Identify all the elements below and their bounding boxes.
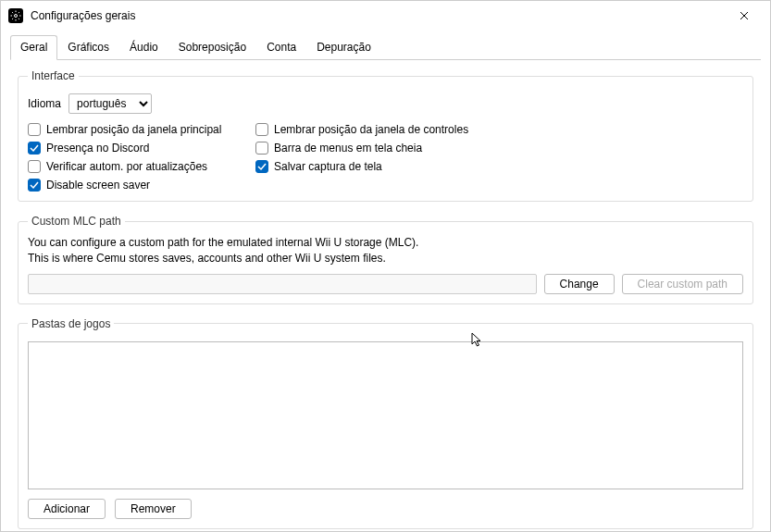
checkbox-item-5[interactable]: Salvar captura de tela [255,160,743,173]
close-button[interactable] [726,3,763,29]
checkbox-icon [28,142,41,155]
tab-3[interactable]: Sobreposição [168,35,256,60]
add-button[interactable]: Adicionar [28,499,106,519]
mlc-legend: Custom MLC path [28,215,125,228]
mlc-desc-1: You can configure a custom path for the … [28,235,743,251]
interface-legend: Interface [28,69,79,82]
checkbox-label: Lembrar posição da janela principal [46,123,221,136]
change-button[interactable]: Change [544,274,615,294]
close-icon [740,11,749,20]
games-listbox[interactable] [28,341,743,489]
tabs: GeralGráficosÁudioSobreposiçãoContaDepur… [1,35,770,60]
window-title: Configurações gerais [31,9,726,22]
checkbox-item-6[interactable]: Disable screen saver [28,179,250,192]
checkbox-item-0[interactable]: Lembrar posição da janela principal [28,123,250,136]
checkbox-item-3[interactable]: Barra de menus em tela cheia [255,142,743,155]
checkbox-icon [255,142,268,155]
games-group: Pastas de jogos Adicionar Remover [18,317,753,529]
interface-group: Interface Idioma português Lembrar posiç… [18,69,753,202]
checkbox-icon [255,160,268,173]
checkbox-item-1[interactable]: Lembrar posição da janela de controles [255,123,743,136]
svg-point-0 [15,15,18,18]
language-select[interactable]: português [68,93,152,114]
tab-0[interactable]: Geral [10,35,57,60]
checkbox-grid: Lembrar posição da janela principalLembr… [28,123,743,192]
checkbox-icon [255,123,268,136]
checkbox-icon [28,179,41,192]
checkbox-label: Presença no Discord [46,142,149,155]
clear-path-button: Clear custom path [622,274,743,294]
games-legend: Pastas de jogos [28,317,114,330]
tab-5[interactable]: Depuração [306,35,381,60]
checkbox-icon [28,123,41,136]
remove-button[interactable]: Remover [115,499,192,519]
checkbox-item-2[interactable]: Presença no Discord [28,142,250,155]
checkbox-item-4[interactable]: Verificar autom. por atualizações [28,160,250,173]
language-label: Idioma [28,97,61,110]
checkbox-label: Barra de menus em tela cheia [274,142,422,155]
tab-1[interactable]: Gráficos [57,35,119,60]
checkbox-label: Salvar captura de tela [274,160,382,173]
checkbox-label: Verificar autom. por atualizações [46,160,207,173]
checkbox-label: Lembrar posição da janela de controles [274,123,468,136]
mlc-desc-2: This is where Cemu stores saves, account… [28,251,743,266]
app-icon [8,8,23,23]
checkbox-icon [28,160,41,173]
tab-4[interactable]: Conta [256,35,306,60]
mlc-group: Custom MLC path You can configure a cust… [18,215,753,304]
tab-2[interactable]: Áudio [119,35,168,60]
checkbox-label: Disable screen saver [46,179,150,192]
mlc-path-input[interactable] [28,274,537,294]
titlebar: Configurações gerais [1,1,770,31]
